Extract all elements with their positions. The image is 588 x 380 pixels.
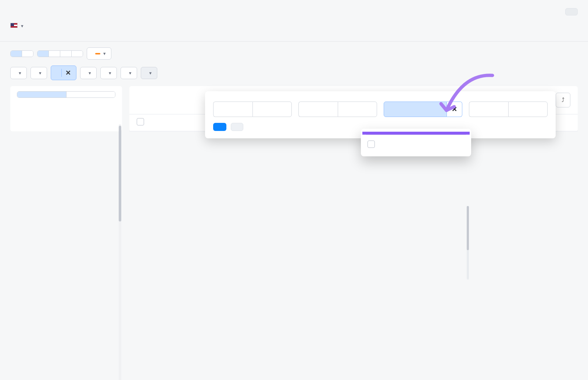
us-flag-icon bbox=[10, 23, 18, 28]
tab-exact-match[interactable] bbox=[60, 51, 72, 57]
view-search-history-button[interactable] bbox=[565, 8, 578, 15]
sidebar bbox=[10, 86, 122, 131]
word-count-to[interactable] bbox=[252, 102, 292, 117]
tab-broad-match[interactable] bbox=[37, 51, 49, 57]
annotation-arrow-icon bbox=[437, 70, 503, 121]
keyword-type-tabs bbox=[10, 50, 33, 57]
languages-pill[interactable]: ▾ bbox=[87, 47, 111, 60]
apply-button[interactable] bbox=[213, 123, 226, 131]
database-selector[interactable]: ▾ bbox=[10, 21, 24, 29]
page-title bbox=[10, 10, 12, 13]
results-to[interactable] bbox=[508, 102, 548, 117]
word-count-from[interactable] bbox=[213, 102, 252, 117]
select-all-checkbox[interactable] bbox=[137, 118, 144, 125]
serp-option-none[interactable] bbox=[361, 137, 471, 151]
comp-density-from[interactable] bbox=[298, 102, 338, 117]
volume-filter[interactable]: ▾ bbox=[10, 67, 27, 79]
advanced-filters-pill[interactable]: ▾ bbox=[141, 67, 157, 79]
clear-all-button[interactable] bbox=[231, 123, 243, 131]
tab-questions[interactable] bbox=[22, 51, 33, 57]
beta-badge bbox=[95, 53, 100, 54]
export-icon: ⤴ bbox=[562, 97, 564, 103]
sort-by-number[interactable] bbox=[17, 92, 67, 97]
intent-filter-active[interactable]: ✕ bbox=[51, 65, 76, 80]
export-button[interactable]: ⤴ bbox=[556, 93, 570, 107]
cpc-filter[interactable]: ▾ bbox=[80, 67, 97, 79]
sidebar-scrollbar[interactable] bbox=[119, 124, 121, 380]
exclude-keywords-filter[interactable]: ▾ bbox=[121, 67, 137, 79]
dropdown-scrollbar[interactable] bbox=[467, 206, 469, 280]
kd-filter[interactable]: ▾ bbox=[31, 67, 47, 79]
tab-phrase-match[interactable] bbox=[49, 51, 60, 57]
serp-features-dropdown bbox=[361, 129, 471, 156]
clear-intent-icon[interactable]: ✕ bbox=[61, 69, 71, 77]
sort-by-volume[interactable] bbox=[67, 92, 115, 97]
comp-density-to[interactable] bbox=[338, 102, 377, 117]
tab-all[interactable] bbox=[11, 51, 22, 57]
tab-related[interactable] bbox=[72, 51, 83, 57]
include-keywords-filter[interactable]: ▾ bbox=[100, 67, 117, 79]
match-type-tabs bbox=[37, 50, 83, 57]
chevron-down-icon: ▾ bbox=[103, 51, 106, 56]
